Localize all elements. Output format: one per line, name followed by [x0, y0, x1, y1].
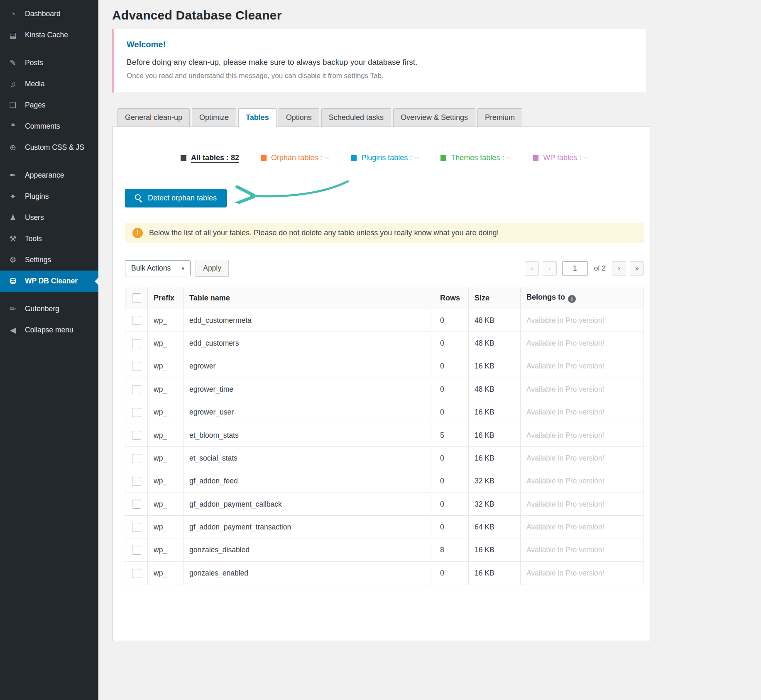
sidebar-item-wp-db-cleaner[interactable]: ⛁WP DB Cleaner — [0, 271, 98, 292]
row-checkbox[interactable] — [132, 385, 141, 394]
cell-table-name: gf_addon_payment_callback — [184, 493, 431, 516]
sidebar-item-posts[interactable]: ✎Posts — [0, 52, 98, 73]
table-row: wp_egrower016 KBAvailable in Pro version… — [125, 355, 644, 378]
tab-options[interactable]: Options — [279, 108, 319, 127]
tab-overview-settings[interactable]: Overview & Settings — [393, 108, 475, 127]
gutenberg-icon: ✏ — [7, 304, 19, 314]
users-icon: ♟ — [7, 213, 19, 222]
apply-button[interactable]: Apply — [196, 260, 229, 277]
table-body: wp_edd_customermeta048 KBAvailable in Pr… — [125, 309, 644, 585]
row-checkbox[interactable] — [132, 500, 141, 509]
tab-general-clean-up[interactable]: General clean-up — [117, 108, 190, 127]
sidebar-item-comments[interactable]: ❝Comments — [0, 116, 98, 137]
sidebar-item-collapse-menu[interactable]: ◀Collapse menu — [0, 320, 98, 341]
cell-size: 16 KB — [469, 539, 521, 561]
sidebar-item-label: Settings — [25, 256, 51, 264]
filter-wp-tables[interactable]: WP tables : -- — [533, 154, 588, 162]
current-page-input[interactable] — [562, 261, 588, 276]
filter-label: Plugins tables : -- — [361, 154, 419, 162]
sidebar-item-kinsta-cache[interactable]: ▤Kinsta Cache — [0, 24, 98, 46]
cell-belongs-to: Available in Pro version! — [521, 401, 644, 424]
filter-orphan-tables[interactable]: Orphan tables : -- — [261, 154, 329, 162]
sidebar-item-label: Collapse menu — [25, 326, 73, 334]
prefix-column-header: Prefix — [148, 287, 184, 309]
tab-premium[interactable]: Premium — [477, 108, 522, 127]
sidebar-item-label: Custom CSS & JS — [25, 143, 84, 152]
row-checkbox[interactable] — [132, 523, 141, 532]
welcome-title: Welcome! — [127, 40, 634, 49]
filter-all-tables[interactable]: All tables : 82 — [181, 154, 239, 162]
filter-plugins-tables[interactable]: Plugins tables : -- — [351, 154, 419, 162]
cell-prefix: wp_ — [148, 401, 184, 424]
tab-tables[interactable]: Tables — [238, 108, 277, 127]
filter-themes-tables[interactable]: Themes tables : -- — [440, 154, 511, 162]
sidebar-item-tools[interactable]: ⚒Tools — [0, 228, 98, 249]
page-title: Advanced Database Cleaner — [112, 8, 761, 22]
cell-size: 16 KB — [469, 401, 521, 424]
table-row: wp_et_social_stats016 KBAvailable in Pro… — [125, 447, 644, 470]
row-checkbox[interactable] — [132, 316, 141, 325]
row-checkbox[interactable] — [132, 477, 141, 486]
dashboard-icon: ◔ — [7, 10, 19, 19]
sidebar-item-label: Gutenberg — [25, 305, 59, 313]
prev-page-button[interactable]: ‹ — [543, 261, 557, 276]
cell-prefix: wp_ — [148, 539, 184, 561]
first-page-button[interactable]: « — [525, 261, 539, 276]
cell-prefix: wp_ — [148, 378, 184, 401]
filter-label: All tables : 82 — [191, 154, 239, 162]
sidebar-item-settings[interactable]: ⚙Settings — [0, 249, 98, 271]
detect-button-label: Detect orphan tables — [148, 194, 217, 202]
cell-size: 16 KB — [469, 424, 521, 446]
sidebar-item-users[interactable]: ♟Users — [0, 207, 98, 228]
cell-size: 48 KB — [469, 309, 521, 332]
row-checkbox[interactable] — [132, 339, 141, 348]
table-row: wp_gonzales_disabled816 KBAvailable in P… — [125, 539, 644, 561]
total-pages-label: of 2 — [594, 264, 606, 273]
cell-prefix: wp_ — [148, 562, 184, 585]
select-all-checkbox[interactable] — [132, 293, 141, 302]
sidebar-item-label: Pages — [25, 101, 46, 110]
last-page-button[interactable]: » — [630, 261, 644, 276]
row-checkbox[interactable] — [132, 362, 141, 371]
media-icon: ♫ — [7, 80, 19, 89]
cell-rows: 0 — [431, 332, 469, 355]
annotation-arrow-icon — [241, 176, 366, 209]
cache-icon: ▤ — [7, 30, 19, 40]
main-content: Advanced Database Cleaner Welcome! Befor… — [98, 0, 761, 641]
cell-rows: 0 — [431, 447, 469, 470]
sidebar-menu: ◔Dashboard▤Kinsta Cache✎Posts♫Media❏Page… — [0, 3, 98, 341]
sidebar-item-pages[interactable]: ❏Pages — [0, 95, 98, 116]
sidebar-item-gutenberg[interactable]: ✏Gutenberg — [0, 298, 98, 320]
sidebar-item-label: Dashboard — [25, 10, 61, 18]
sidebar-item-plugins[interactable]: ✦Plugins — [0, 186, 98, 207]
cell-size: 16 KB — [469, 562, 521, 585]
tab-scheduled-tasks[interactable]: Scheduled tasks — [321, 108, 391, 127]
table-row: wp_gf_addon_feed032 KBAvailable in Pro v… — [125, 470, 644, 493]
detect-orphan-tables-button[interactable]: Detect orphan tables — [125, 189, 227, 207]
sidebar-item-custom-css-js[interactable]: ⊕Custom CSS & JS — [0, 137, 98, 158]
next-page-button[interactable]: › — [612, 261, 626, 276]
row-checkbox[interactable] — [132, 454, 141, 463]
cell-belongs-to: Available in Pro version! — [521, 378, 644, 401]
info-icon[interactable]: i — [568, 295, 576, 303]
wordpress-admin: ◔Dashboard▤Kinsta Cache✎Posts♫Media❏Page… — [0, 0, 761, 700]
cell-prefix: wp_ — [148, 309, 184, 332]
sidebar-item-label: Appearance — [25, 171, 64, 180]
cell-belongs-to: Available in Pro version! — [521, 447, 644, 470]
sidebar-item-appearance[interactable]: ✒Appearance — [0, 165, 98, 186]
tools-icon: ⚒ — [7, 234, 19, 244]
table-row: wp_egrower_user016 KBAvailable in Pro ve… — [125, 401, 644, 424]
filter-label: Themes tables : -- — [451, 154, 511, 162]
sidebar-item-dashboard[interactable]: ◔Dashboard — [0, 3, 98, 24]
bulk-actions-select[interactable]: Bulk Actions ▼ — [125, 260, 191, 276]
filter-color-swatch — [533, 155, 538, 161]
row-checkbox[interactable] — [132, 408, 141, 417]
sidebar-item-media[interactable]: ♫Media — [0, 73, 98, 95]
bulk-actions-label: Bulk Actions — [131, 264, 171, 273]
sidebar-item-label: WP DB Cleaner — [25, 277, 78, 285]
row-checkbox[interactable] — [132, 546, 141, 555]
row-checkbox[interactable] — [132, 431, 141, 440]
warning-icon: ! — [132, 228, 143, 238]
row-checkbox[interactable] — [132, 569, 141, 578]
tab-optimize[interactable]: Optimize — [192, 108, 236, 127]
